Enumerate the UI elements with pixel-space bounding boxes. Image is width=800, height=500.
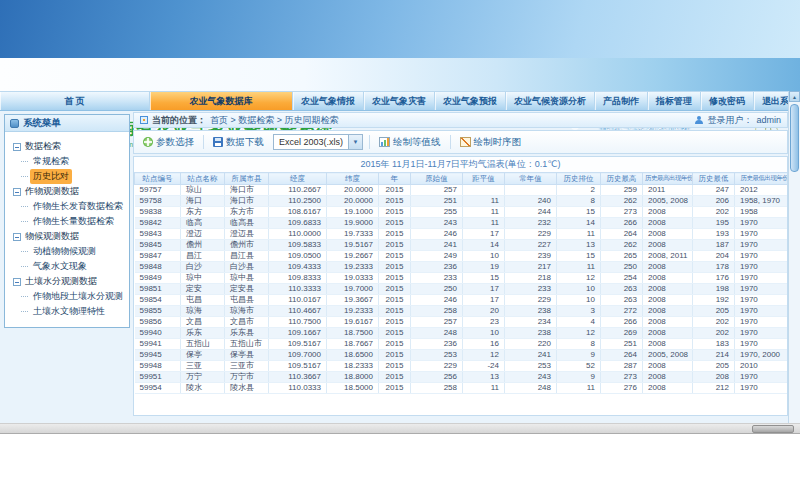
tree-leaf[interactable]: 历史比对: [30, 169, 127, 184]
horizontal-scrollbar-thumb[interactable]: [752, 425, 794, 433]
table-cell: 255: [411, 207, 463, 218]
tree-leaf[interactable]: 作物生长量数据检索: [30, 214, 127, 229]
tree-group[interactable]: 物候观测数据: [13, 229, 127, 244]
table-cell: 266: [601, 317, 643, 328]
breadcrumb-label: 当前的位置：: [152, 114, 206, 127]
table-cell: 1970: [735, 273, 789, 284]
data-download-label: 数据下载: [226, 136, 264, 149]
table-cell: 2008: [643, 317, 693, 328]
nav-item[interactable]: 农业气象预报: [435, 92, 506, 110]
nav-item[interactable]: 农业气象数据库: [150, 92, 293, 110]
nav-item[interactable]: 修改密码: [701, 92, 754, 110]
table-cell: 202: [693, 317, 735, 328]
draw-timeseries-button[interactable]: 绘制时序图: [457, 134, 525, 151]
table-cell: 59954: [135, 383, 181, 394]
table-cell: 万宁市: [225, 372, 269, 383]
nav-item[interactable]: 农业气候资源分析: [506, 92, 595, 110]
tree-group-label: 数据检索: [25, 140, 61, 153]
table-cell: 3: [557, 306, 601, 317]
table-cell: 236: [411, 262, 463, 273]
draw-isoline-button[interactable]: 绘制等值线: [376, 134, 444, 151]
table-cell: 15: [557, 207, 601, 218]
nav-item[interactable]: 指标管理: [648, 92, 701, 110]
data-download-button[interactable]: 数据下载: [210, 134, 267, 151]
breadcrumb-bar: 当前的位置： 首页 > 数据检索 > 历史同期检索 登录用户：admin: [133, 112, 788, 128]
vertical-scrollbar-thumb[interactable]: [790, 104, 799, 172]
table-cell: 11: [463, 207, 505, 218]
table-cell: 2008: [643, 372, 693, 383]
table-cell: 250: [411, 284, 463, 295]
collapse-icon[interactable]: [13, 278, 21, 286]
table-cell: 229: [411, 361, 463, 372]
nav-item[interactable]: 农业气象灾害: [364, 92, 435, 110]
table-cell: 1970: [735, 295, 789, 306]
nav-item[interactable]: 首 页: [0, 92, 150, 110]
table-row: 59845儋州儋州市109.583319.5167201524114227132…: [135, 240, 789, 251]
table-cell: 59758: [135, 196, 181, 207]
dropdown-arrow-icon[interactable]: [348, 135, 362, 149]
collapse-icon[interactable]: [13, 143, 21, 151]
table-cell: 2015: [379, 262, 411, 273]
table-cell: 2008: [643, 240, 693, 251]
table-cell: 2008: [643, 273, 693, 284]
table-cell: 琼海市: [225, 306, 269, 317]
tree-leaf[interactable]: 作物生长发育数据检索: [30, 199, 127, 214]
table-cell: 10: [557, 284, 601, 295]
table-row: 59948三亚三亚市109.516718.23332015229-2425352…: [135, 361, 789, 372]
table-cell: 海口: [181, 196, 225, 207]
table-cell: 59843: [135, 229, 181, 240]
table-cell: 文昌市: [225, 317, 269, 328]
tree-leaf[interactable]: 常规检索: [30, 154, 127, 169]
table-cell: 2015: [379, 372, 411, 383]
tree-leaf-label: 常规检索: [30, 154, 72, 169]
table-cell: 254: [601, 273, 643, 284]
table-cell: 20.0000: [327, 185, 379, 196]
table-cell: 11: [463, 196, 505, 207]
table-cell: 8: [557, 196, 601, 207]
table-cell: 202: [693, 328, 735, 339]
tree-group[interactable]: 数据检索: [13, 139, 127, 154]
breadcrumb[interactable]: 首页 > 数据检索 > 历史同期检索: [210, 114, 339, 127]
sidebar-header: 系统菜单: [5, 115, 129, 132]
param-select-button[interactable]: 参数选择: [140, 134, 197, 151]
tree-group[interactable]: 作物观测数据: [13, 184, 127, 199]
table-cell: 2015: [379, 339, 411, 350]
table-cell: 2015: [379, 207, 411, 218]
table-cell: 110.3667: [269, 372, 327, 383]
table-cell: 2015: [379, 361, 411, 372]
table-cell: 246: [411, 295, 463, 306]
tree-leaf[interactable]: 作物地段土壤水分观测: [30, 289, 127, 304]
table-row: 59854屯昌屯昌县110.016719.3667201524617229102…: [135, 295, 789, 306]
scroll-up-icon[interactable]: [789, 91, 800, 102]
table-row: 59849琼中琼中县109.833319.0333201523315218122…: [135, 273, 789, 284]
table-cell: 8: [557, 339, 601, 350]
vertical-scrollbar[interactable]: [788, 91, 800, 423]
table-cell: 273: [601, 372, 643, 383]
table-cell: 2008: [643, 339, 693, 350]
table-cell: 59757: [135, 185, 181, 196]
tree-leaf[interactable]: 土壤水文物理特性: [30, 304, 127, 319]
column-header: 历史最低: [693, 173, 735, 185]
table-cell: 212: [693, 383, 735, 394]
table-cell: 19.5167: [327, 240, 379, 251]
table-cell: 244: [505, 207, 557, 218]
table-cell: 241: [411, 240, 463, 251]
export-format-select[interactable]: Excel 2003(.xls): [273, 134, 363, 150]
nav-item[interactable]: 农业气象情报: [293, 92, 364, 110]
table-cell: 2008: [643, 218, 693, 229]
banner-sky-decoration: [0, 0, 800, 58]
table-cell: 251: [601, 339, 643, 350]
tree-leaf[interactable]: 动植物物候观测: [30, 244, 127, 259]
collapse-icon[interactable]: [13, 188, 21, 196]
table-cell: 263: [601, 284, 643, 295]
horizontal-scrollbar[interactable]: [0, 423, 800, 434]
table-cell: 定安: [181, 284, 225, 295]
table-cell: 246: [411, 229, 463, 240]
nav-item[interactable]: 产品制作: [595, 92, 648, 110]
tree-leaf[interactable]: 气象水文现象: [30, 259, 127, 274]
table-cell: 白沙县: [225, 262, 269, 273]
tree-group[interactable]: 土壤水分观测数据: [13, 274, 127, 289]
collapse-icon[interactable]: [13, 233, 21, 241]
table-cell: 233: [505, 284, 557, 295]
table-cell: 110.4667: [269, 306, 327, 317]
